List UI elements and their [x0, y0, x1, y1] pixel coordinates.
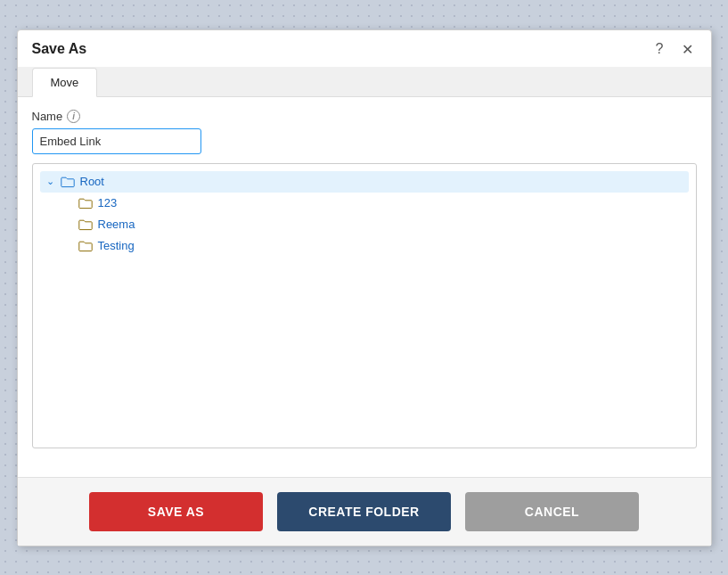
- save-as-dialog: Save As ? ✕ Move Name i ⌄: [17, 29, 712, 546]
- tab-move[interactable]: Move: [32, 68, 98, 97]
- expand-spacer-1: [61, 196, 76, 210]
- folder-icon-123: [78, 195, 94, 211]
- tree-item-123[interactable]: 123: [58, 193, 689, 214]
- folder-icon-root: [60, 174, 76, 190]
- tab-bar: Move: [18, 67, 711, 97]
- tree-item-root[interactable]: ⌄ Root: [40, 171, 689, 193]
- cancel-button[interactable]: CANCEL: [465, 492, 639, 531]
- tree-item-testing-label: Testing: [98, 239, 135, 252]
- expand-icon: ⌄: [44, 175, 58, 189]
- tree-item-123-label: 123: [98, 196, 118, 209]
- expand-spacer-3: [61, 239, 76, 253]
- create-folder-button[interactable]: CREATE FOLDER: [277, 492, 451, 531]
- name-input[interactable]: [32, 128, 201, 154]
- name-label: Name i: [32, 110, 697, 123]
- close-button[interactable]: ✕: [678, 39, 697, 60]
- info-icon: i: [67, 110, 80, 123]
- name-section: Name i: [32, 110, 697, 154]
- tree-children: 123 Reema: [58, 193, 689, 257]
- dialog-footer: SAVE AS CREATE FOLDER CANCEL: [18, 477, 711, 546]
- dialog-header-icons: ? ✕: [652, 39, 697, 60]
- folder-tree: ⌄ Root 123: [32, 163, 697, 448]
- dialog-body: Move Name i ⌄ Root: [18, 67, 711, 477]
- help-button[interactable]: ?: [652, 39, 667, 59]
- tree-item-testing[interactable]: Testing: [58, 235, 689, 257]
- tree-item-reema[interactable]: Reema: [58, 214, 689, 235]
- tree-item-reema-label: Reema: [98, 218, 135, 231]
- folder-icon-reema: [78, 217, 94, 233]
- expand-spacer-2: [61, 218, 76, 232]
- dialog-title: Save As: [32, 41, 87, 57]
- dialog-header: Save As ? ✕: [18, 30, 711, 67]
- tree-item-root-label: Root: [80, 175, 104, 188]
- folder-icon-testing: [78, 238, 94, 254]
- save-as-button[interactable]: SAVE AS: [89, 492, 263, 531]
